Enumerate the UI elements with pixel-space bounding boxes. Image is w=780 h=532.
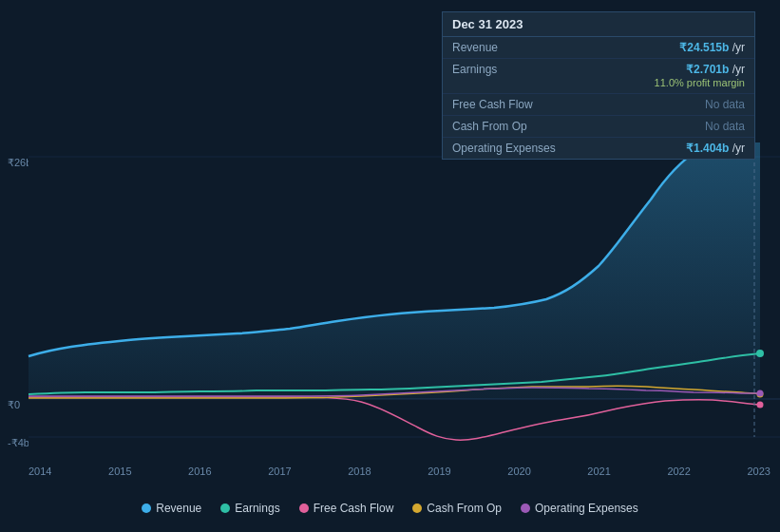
x-label-2015: 2015 xyxy=(108,466,131,477)
x-label-2022: 2022 xyxy=(667,466,690,477)
legend-dot-earnings xyxy=(220,504,230,513)
legend: Revenue Earnings Free Cash Flow Cash Fro… xyxy=(0,502,780,515)
tooltip-label-revenue: Revenue xyxy=(452,41,498,54)
x-label-2016: 2016 xyxy=(188,466,211,477)
x-label-2014: 2014 xyxy=(29,466,51,477)
legend-label-opex: Operating Expenses xyxy=(535,502,638,515)
tooltip-row-fcf: Free Cash Flow No data xyxy=(443,94,754,116)
svg-point-5 xyxy=(756,350,764,357)
legend-label-fcf: Free Cash Flow xyxy=(314,502,394,515)
tooltip-box: Dec 31 2023 Revenue ₹24.515b /yr Earning… xyxy=(442,11,755,160)
tooltip-value-cashop: No data xyxy=(705,120,745,133)
svg-point-6 xyxy=(757,402,764,408)
tooltip-value-opex: ₹1.404b /yr xyxy=(686,142,745,155)
x-label-2021: 2021 xyxy=(587,466,610,477)
tooltip-row-opex: Operating Expenses ₹1.404b /yr xyxy=(443,138,754,159)
legend-item-fcf[interactable]: Free Cash Flow xyxy=(299,502,394,515)
x-label-2017: 2017 xyxy=(268,466,291,477)
legend-item-opex[interactable]: Operating Expenses xyxy=(521,502,638,515)
legend-dot-fcf xyxy=(299,504,309,513)
tooltip-value-earnings: ₹2.701b /yr xyxy=(686,63,745,76)
tooltip-label-earnings: Earnings xyxy=(452,63,497,76)
legend-label-earnings: Earnings xyxy=(235,502,279,515)
chart-container: Dec 31 2023 Revenue ₹24.515b /yr Earning… xyxy=(0,0,780,532)
tooltip-profit-margin: 11.0% profit margin xyxy=(655,77,745,88)
x-label-2018: 2018 xyxy=(348,466,371,477)
legend-label-revenue: Revenue xyxy=(156,502,201,515)
tooltip-value-fcf: No data xyxy=(705,98,745,111)
tooltip-title: Dec 31 2023 xyxy=(443,12,754,37)
tooltip-value-revenue: ₹24.515b /yr xyxy=(679,41,745,54)
x-label-2023: 2023 xyxy=(747,466,770,477)
x-label-2019: 2019 xyxy=(428,466,450,477)
x-label-2020: 2020 xyxy=(507,466,530,477)
tooltip-label-cashop: Cash From Op xyxy=(452,120,527,133)
chart-svg xyxy=(0,142,780,484)
legend-item-revenue[interactable]: Revenue xyxy=(142,502,201,515)
tooltip-row-cashop: Cash From Op No data xyxy=(443,116,754,138)
tooltip-row-revenue: Revenue ₹24.515b /yr xyxy=(443,37,754,59)
legend-dot-opex xyxy=(521,504,530,513)
x-axis-labels: 2014 2015 2016 2017 2018 2019 2020 2021 … xyxy=(29,466,770,477)
legend-dot-revenue xyxy=(142,504,151,513)
legend-item-cashop[interactable]: Cash From Op xyxy=(412,502,502,515)
svg-point-8 xyxy=(757,390,764,397)
legend-dot-cashop xyxy=(412,504,422,513)
tooltip-label-fcf: Free Cash Flow xyxy=(452,98,533,111)
tooltip-label-opex: Operating Expenses xyxy=(452,142,556,155)
legend-label-cashop: Cash From Op xyxy=(427,502,502,515)
tooltip-row-earnings: Earnings ₹2.701b /yr 11.0% profit margin xyxy=(443,59,754,94)
legend-item-earnings[interactable]: Earnings xyxy=(220,502,279,515)
